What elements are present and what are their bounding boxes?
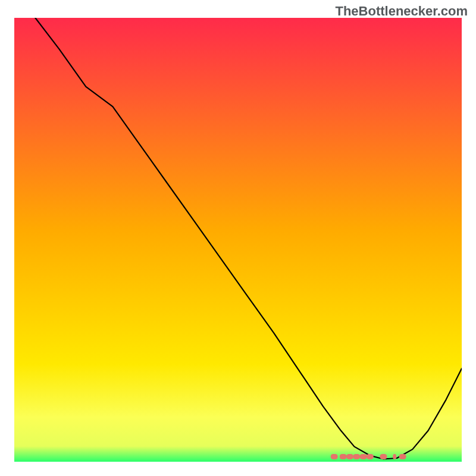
watermark-text: TheBottlenecker.com [335,4,468,19]
chart-container [14,18,462,462]
gradient-background [14,18,462,462]
svg-rect-0 [14,18,462,462]
